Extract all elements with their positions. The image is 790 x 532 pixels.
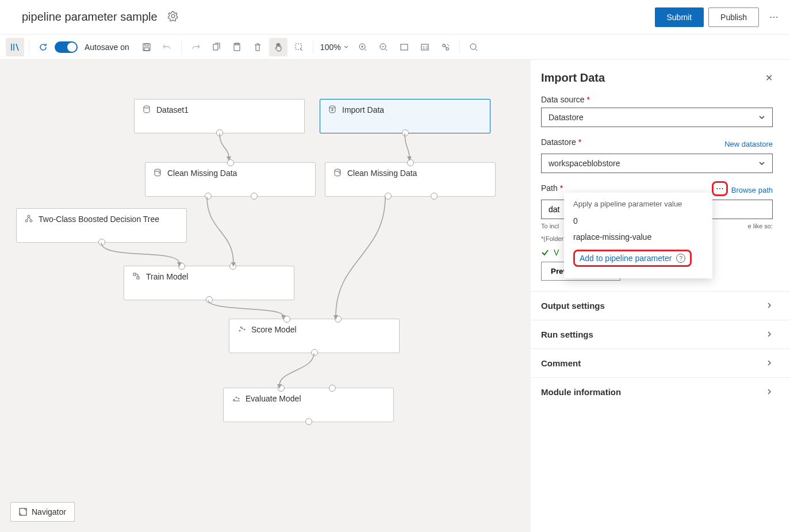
svg-point-27: [236, 397, 237, 398]
submit-button[interactable]: Submit: [655, 7, 704, 27]
delete-icon[interactable]: [248, 38, 267, 56]
save-icon[interactable]: [137, 38, 156, 56]
help-icon[interactable]: ?: [676, 254, 685, 263]
svg-point-26: [233, 399, 235, 400]
chevron-down-icon: [758, 160, 765, 167]
svg-point-16: [335, 169, 340, 171]
select-icon[interactable]: [290, 38, 308, 56]
toolbar: Autosave on 100% 1:1: [0, 35, 790, 60]
node-dataset1[interactable]: Dataset1: [134, 99, 305, 133]
canvas[interactable]: Dataset1 Import Data Clean Missing Data …: [0, 60, 531, 532]
node-tree[interactable]: Two-Class Boosted Decision Tree: [16, 208, 187, 243]
panel-title: Import Data: [541, 71, 605, 85]
actual-size-icon[interactable]: 1:1: [416, 38, 434, 56]
zoom-in-icon[interactable]: [354, 38, 372, 56]
svg-rect-3: [213, 44, 218, 50]
navigator-button[interactable]: Navigator: [10, 502, 75, 522]
svg-point-25: [240, 327, 241, 328]
autolayout-icon[interactable]: [436, 38, 455, 56]
header-bar: pipeline parameter sample Submit Publish…: [0, 0, 790, 35]
more-icon[interactable]: ⋯: [769, 12, 779, 22]
datastore-select[interactable]: workspaceblobstore: [541, 154, 773, 173]
node-clean2[interactable]: Clean Missing Data: [325, 162, 496, 197]
zoom-out-icon[interactable]: [374, 38, 393, 56]
svg-point-15: [155, 169, 160, 171]
svg-point-14: [329, 106, 335, 108]
clean-icon: [333, 169, 342, 178]
library-icon[interactable]: [6, 38, 24, 56]
chevron-right-icon: [766, 330, 773, 339]
new-datastore-link[interactable]: New datastore: [724, 140, 773, 148]
svg-rect-20: [133, 273, 136, 275]
datasource-select[interactable]: Datastore: [541, 108, 773, 127]
import-icon: [328, 105, 336, 115]
svg-point-18: [25, 220, 28, 222]
browse-path-link[interactable]: Browse path: [731, 186, 773, 194]
node-train[interactable]: Train Model: [124, 266, 294, 300]
autosave-toggle[interactable]: [55, 41, 78, 53]
undo-icon[interactable]: [158, 38, 177, 56]
fit-icon[interactable]: [395, 38, 413, 56]
svg-point-13: [144, 106, 149, 108]
redo-icon[interactable]: [186, 38, 205, 56]
datasource-label: Data source*: [541, 95, 773, 104]
database-icon: [143, 105, 151, 115]
node-clean1[interactable]: Clean Missing Data: [145, 162, 316, 197]
train-icon: [132, 272, 140, 282]
publish-button[interactable]: Publish: [708, 7, 759, 27]
add-to-pipeline-parameter[interactable]: Add to pipeline parameter ?: [573, 250, 692, 267]
svg-point-17: [28, 215, 30, 217]
close-icon[interactable]: ✕: [765, 72, 773, 83]
svg-point-19: [30, 220, 32, 222]
paste-icon[interactable]: [228, 38, 246, 56]
chevron-right-icon: [766, 301, 773, 311]
accordion-output-settings[interactable]: Output settings: [531, 291, 790, 320]
autosave-label: Autosave on: [85, 43, 129, 52]
score-icon: [237, 325, 246, 335]
accordion-module-information[interactable]: Module information: [531, 377, 790, 406]
refresh-icon[interactable]: [34, 38, 52, 56]
svg-point-24: [244, 329, 245, 330]
popover-item-1[interactable]: raplace-missing-value: [564, 229, 712, 245]
node-import-data[interactable]: Import Data: [320, 99, 490, 133]
svg-text:1:1: 1:1: [423, 45, 428, 49]
svg-rect-9: [401, 44, 408, 50]
path-label: Path*: [541, 183, 563, 193]
accordion-run-settings[interactable]: Run settings: [531, 320, 790, 349]
search-icon[interactable]: [465, 38, 483, 56]
gear-icon[interactable]: [168, 11, 178, 23]
svg-rect-2: [144, 48, 149, 51]
clean-icon: [154, 169, 162, 178]
svg-point-23: [241, 328, 243, 329]
popover-item-0[interactable]: 0: [564, 213, 712, 229]
svg-rect-21: [137, 277, 139, 279]
chevron-down-icon: [758, 114, 765, 121]
svg-point-12: [470, 44, 476, 49]
node-evaluate[interactable]: Evaluate Model: [223, 388, 394, 422]
svg-rect-1: [145, 44, 148, 46]
accordion-comment[interactable]: Comment: [531, 349, 790, 377]
chevron-right-icon: [766, 359, 773, 368]
evaluate-icon: [232, 394, 240, 404]
tree-icon: [25, 215, 33, 224]
path-more-button[interactable]: ⋯: [712, 181, 728, 196]
datastore-label: Datastore*: [541, 137, 581, 147]
parameter-popover: Apply a pipeline parameter value 0 rapla…: [564, 193, 712, 278]
zoom-level[interactable]: 100%: [320, 43, 349, 52]
pan-icon[interactable]: [269, 38, 287, 56]
node-score[interactable]: Score Model: [229, 319, 400, 353]
svg-point-28: [238, 398, 239, 399]
copy-icon[interactable]: [207, 38, 225, 56]
properties-panel: Import Data ✕ Data source* Datastore Dat…: [531, 60, 790, 532]
svg-point-22: [239, 330, 240, 331]
page-title: pipeline parameter sample: [22, 10, 158, 24]
chevron-right-icon: [766, 388, 773, 397]
